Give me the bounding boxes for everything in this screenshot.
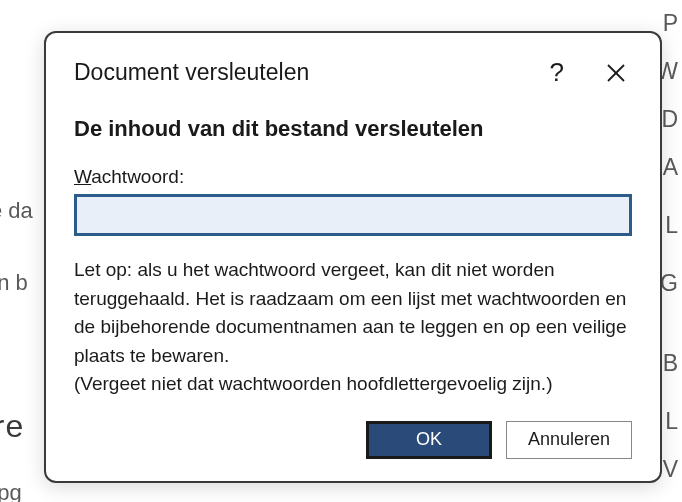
- bg-right-text: G: [660, 270, 678, 297]
- bg-right-text: B: [663, 350, 678, 377]
- bg-right-text: P: [663, 10, 678, 37]
- password-input[interactable]: [74, 194, 632, 236]
- dialog-heading: De inhoud van dit bestand versleutelen: [74, 116, 632, 142]
- warning-text-2: (Vergeet niet dat wachtwoorden hoofdlett…: [74, 370, 632, 399]
- bg-right-text: A: [663, 154, 678, 181]
- bg-text: e da: [0, 198, 33, 224]
- bg-text: ere: [0, 408, 24, 445]
- bg-right-text: L: [665, 408, 678, 435]
- close-icon[interactable]: [606, 63, 626, 83]
- bg-right-text: L: [665, 212, 678, 239]
- button-row: OK Annuleren: [74, 421, 632, 459]
- password-label: Wachtwoord:: [74, 166, 632, 188]
- ok-button[interactable]: OK: [366, 421, 492, 459]
- password-label-text: achtwoord:: [91, 166, 184, 187]
- dialog-header: Document versleutelen ?: [74, 57, 632, 88]
- cancel-button[interactable]: Annuleren: [506, 421, 632, 459]
- header-controls: ?: [550, 57, 632, 88]
- encrypt-document-dialog: Document versleutelen ? De inhoud van di…: [44, 31, 662, 483]
- warning-text-1: Let op: als u het wachtwoord vergeet, ka…: [74, 259, 626, 366]
- bg-right-text: V: [663, 456, 678, 483]
- password-label-accelerator: W: [74, 166, 91, 187]
- warning-text: Let op: als u het wachtwoord vergeet, ka…: [74, 256, 632, 399]
- bg-text: an b: [0, 270, 28, 296]
- help-icon[interactable]: ?: [550, 57, 564, 88]
- bg-right-text: D: [661, 106, 678, 133]
- dialog-title: Document versleutelen: [74, 59, 309, 86]
- bg-text: opg: [0, 480, 22, 502]
